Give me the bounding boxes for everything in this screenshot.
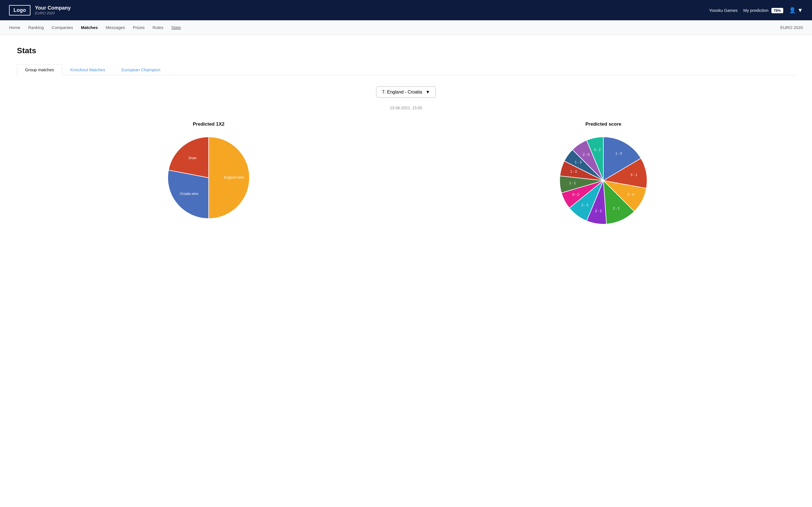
company-sub: EURO 2020 [35, 11, 71, 15]
svg-text:2 - 3: 2 - 3 [581, 203, 588, 207]
pie-1x2-chart: England winsCroatia winsDraw [163, 133, 254, 223]
nav-home[interactable]: Home [9, 24, 20, 31]
header: Logo Your Company EURO 2020 Yosoku Games… [0, 0, 812, 20]
svg-text:1 - 1: 1 - 1 [569, 181, 576, 185]
tab-european-champion[interactable]: European Champion [113, 64, 168, 75]
user-menu[interactable]: 👤 ▼ [789, 7, 803, 13]
match-selector-wrap: 7. England - Croatia ▼ [17, 87, 795, 98]
prediction-badge: 78% [771, 8, 783, 13]
prediction-label[interactable]: My prediction 78% [743, 8, 783, 13]
svg-text:2 - 2: 2 - 2 [595, 209, 602, 213]
nav-ranking[interactable]: Ranking [28, 24, 44, 31]
svg-text:3 - 2: 3 - 2 [594, 148, 601, 152]
chart-1x2-title: Predicted 1X2 [193, 121, 224, 127]
nav-messages[interactable]: Messages [106, 24, 125, 31]
tabs-container: Group matches Knockout Matches European … [17, 64, 795, 75]
nav-right-label: EURO 2020 [780, 25, 803, 30]
svg-text:1 - 3: 1 - 3 [575, 160, 581, 164]
svg-text:Draw: Draw [189, 156, 197, 160]
svg-text:0 - 0: 0 - 0 [627, 193, 634, 196]
header-left: Logo Your Company EURO 2020 [9, 5, 71, 15]
svg-text:England wins: England wins [224, 175, 244, 179]
page-title: Stats [17, 46, 795, 55]
nav-matches[interactable]: Matches [81, 24, 98, 31]
chart-1x2: Predicted 1X2 England winsCroatia winsDr… [17, 121, 400, 223]
svg-text:1 - 2: 1 - 2 [570, 170, 577, 173]
svg-text:1 - 0: 1 - 0 [615, 152, 622, 156]
main-content: Stats Group matches Knockout Matches Eur… [0, 35, 812, 507]
nav-companies[interactable]: Companies [52, 24, 73, 31]
nav-links: Home Ranking Companies Matches Messages … [9, 24, 181, 31]
tab-knockout[interactable]: Knockout Matches [62, 64, 113, 75]
match-selector-label: 7. England - Croatia [382, 90, 422, 95]
match-date: 13-06-2021, 15:00 [17, 106, 795, 110]
nav-rules[interactable]: Rules [153, 24, 163, 31]
svg-text:2 - 1: 2 - 1 [613, 207, 620, 210]
chart-score-title: Predicted score [585, 121, 621, 127]
charts-row: Predicted 1X2 England winsCroatia winsDr… [17, 121, 795, 228]
company-name: Your Company [35, 5, 71, 11]
svg-text:Croatia wins: Croatia wins [180, 192, 199, 196]
svg-text:3 - 1: 3 - 1 [630, 173, 637, 177]
nav: Home Ranking Companies Matches Messages … [0, 20, 812, 35]
company-info: Your Company EURO 2020 [35, 5, 71, 15]
match-selector[interactable]: 7. England - Croatia ▼ [376, 87, 436, 98]
svg-text:0 - 2: 0 - 2 [573, 193, 579, 196]
logo: Logo [9, 5, 31, 15]
chart-score: Predicted score 1 - 03 - 10 - 02 - 12 - … [412, 121, 795, 228]
svg-text:2 - 0: 2 - 0 [583, 153, 590, 157]
dropdown-arrow-icon: ▼ [425, 90, 430, 95]
tab-group-matches[interactable]: Group matches [17, 64, 62, 75]
nav-stats[interactable]: Stats [171, 24, 181, 31]
pie-score-chart: 1 - 03 - 10 - 02 - 12 - 22 - 30 - 21 - 1… [555, 133, 651, 228]
yosoku-label: Yosoku Games [709, 8, 738, 13]
header-right: Yosoku Games My prediction 78% 👤 ▼ [709, 7, 803, 13]
nav-prizes[interactable]: Prizes [133, 24, 145, 31]
